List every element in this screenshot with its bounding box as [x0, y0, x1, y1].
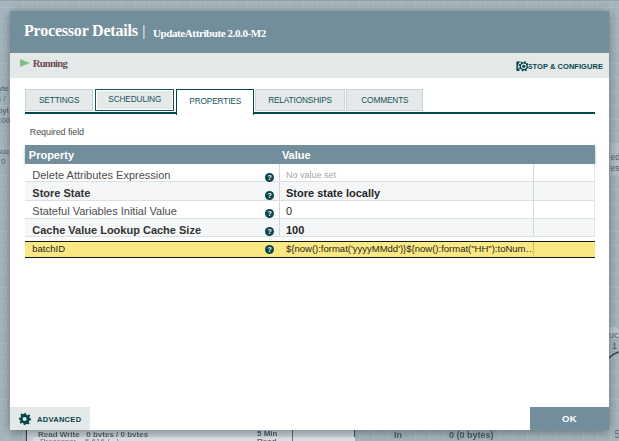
svg-text:?: ?: [267, 228, 271, 235]
svg-text:?: ?: [267, 210, 271, 217]
svg-text:?: ?: [267, 246, 271, 253]
svg-text:?: ?: [267, 192, 271, 199]
svg-text:?: ?: [267, 174, 271, 181]
